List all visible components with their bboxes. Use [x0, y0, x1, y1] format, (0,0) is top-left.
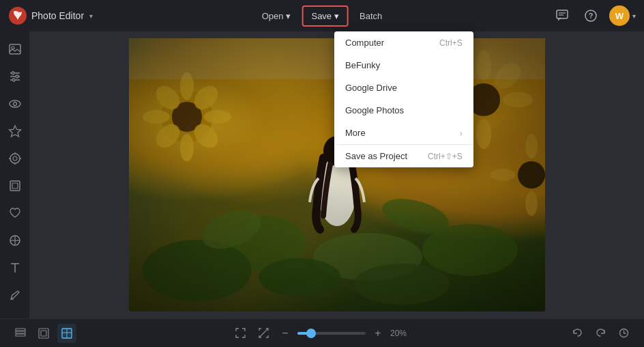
svg-rect-67	[16, 331, 25, 333]
sidebar-item-effects[interactable]	[3, 146, 27, 171]
main-layout	[0, 31, 644, 318]
zoom-minus-label: −	[282, 327, 288, 339]
zoom-plus-button[interactable]: +	[370, 325, 386, 342]
frames-icon	[8, 179, 22, 193]
sidebar-item-text[interactable]	[3, 255, 27, 280]
befunky-logo	[8, 6, 27, 25]
square-bottom-button[interactable]	[57, 324, 76, 343]
zoom-slider[interactable]	[297, 332, 366, 335]
zoom-thumb[interactable]	[306, 329, 316, 338]
history-button[interactable]	[614, 324, 633, 343]
save-befunky-item[interactable]: BeFunky	[334, 54, 473, 77]
undo-button[interactable]	[568, 324, 587, 343]
image-icon	[8, 42, 22, 56]
svg-rect-71	[41, 331, 46, 336]
svg-rect-6	[10, 44, 20, 54]
save-computer-item[interactable]: Computer Ctrl+S	[334, 31, 473, 54]
sidebar-item-adjustments[interactable]	[3, 64, 27, 89]
sidebar-item-stickers[interactable]	[3, 201, 27, 225]
svg-rect-68	[16, 334, 25, 336]
expand-button[interactable]	[231, 324, 250, 343]
redo-icon	[595, 327, 606, 339]
sidebar-item-frames[interactable]	[3, 174, 27, 198]
eye-icon	[8, 97, 22, 111]
save-more-label: More	[345, 128, 366, 138]
batch-button[interactable]: Batch	[351, 7, 390, 25]
logo-area[interactable]: Photo Editor ▾	[8, 6, 93, 25]
svg-point-14	[10, 100, 20, 107]
adjustments-icon	[8, 70, 22, 83]
layers-icon	[14, 327, 27, 339]
save-computer-label: Computer	[345, 38, 384, 48]
svg-rect-23	[10, 181, 20, 191]
more-chevron-icon: ›	[460, 129, 463, 137]
zoom-minus-button[interactable]: −	[277, 325, 293, 342]
expand-icon	[235, 327, 246, 339]
svg-point-15	[13, 102, 16, 106]
text-icon	[8, 261, 22, 275]
save-project-shortcut: Ctrl+⇧+S	[428, 152, 463, 161]
help-icon: ?	[585, 10, 597, 22]
chat-icon	[556, 10, 568, 22]
svg-rect-1	[557, 10, 568, 18]
batch-label: Batch	[360, 11, 382, 21]
svg-text:?: ?	[589, 12, 594, 20]
bottombar-right	[568, 324, 633, 343]
save-button[interactable]: Save ▾	[302, 5, 349, 27]
undo-icon	[572, 327, 583, 339]
sidebar-item-draw[interactable]	[3, 283, 27, 307]
svg-rect-69	[16, 329, 25, 331]
avatar-area[interactable]: W ▾	[609, 5, 636, 26]
avatar: W	[609, 5, 630, 26]
effects-icon	[8, 152, 22, 165]
sidebar-item-filters[interactable]	[3, 92, 27, 116]
svg-point-7	[12, 46, 14, 49]
avatar-chevron: ▾	[632, 12, 636, 20]
fullscreen-icon	[258, 327, 269, 339]
bottombar-left	[11, 324, 76, 343]
frames-bottom-button[interactable]	[34, 324, 53, 343]
layers-button[interactable]	[11, 324, 30, 343]
svg-rect-24	[12, 183, 18, 189]
left-sidebar	[0, 31, 30, 318]
frames-bottom-icon	[38, 327, 50, 339]
draw-icon	[8, 288, 22, 302]
svg-marker-16	[9, 126, 20, 137]
svg-point-13	[12, 79, 15, 81]
save-befunky-label: BeFunky	[345, 60, 380, 70]
canvas-icon	[61, 327, 73, 339]
zoom-plus-label: +	[375, 327, 381, 339]
save-chevron: ▾	[334, 11, 339, 21]
svg-point-22	[13, 156, 17, 161]
open-button[interactable]: Open ▾	[254, 7, 299, 25]
save-computer-shortcut: Ctrl+S	[439, 38, 463, 48]
heart-icon	[8, 206, 22, 220]
svg-point-17	[10, 154, 20, 163]
topbar: Photo Editor ▾ Open ▾ Save ▾ Batch	[0, 0, 644, 31]
sidebar-item-image[interactable]	[3, 37, 27, 61]
save-project-item[interactable]: Save as Project Ctrl+⇧+S	[334, 145, 473, 167]
fullscreen-button[interactable]	[254, 324, 273, 343]
history-icon	[618, 327, 630, 339]
svg-rect-70	[39, 329, 48, 338]
crop-shape-icon	[8, 234, 22, 247]
save-googledrive-label: Google Drive	[345, 83, 397, 93]
app-title: Photo Editor	[31, 10, 84, 21]
chat-button[interactable]	[552, 5, 572, 26]
save-googlephotos-item[interactable]: Google Photos	[334, 99, 473, 122]
save-project-label: Save as Project	[345, 151, 407, 161]
redo-button[interactable]	[591, 324, 610, 343]
app-title-chevron: ▾	[89, 12, 93, 20]
save-googlephotos-label: Google Photos	[345, 105, 404, 115]
save-more-item[interactable]: More ›	[334, 122, 473, 144]
sidebar-item-favorites[interactable]	[3, 119, 27, 143]
sidebar-item-crop[interactable]	[3, 228, 27, 253]
save-googledrive-item[interactable]: Google Drive	[334, 77, 473, 99]
bottombar: − + 20%	[0, 318, 644, 347]
svg-line-75	[260, 329, 267, 337]
save-dropdown-menu: Computer Ctrl+S BeFunky Google Drive Goo…	[334, 31, 473, 167]
help-button[interactable]: ?	[581, 5, 601, 26]
topbar-right: ? W ▾	[552, 5, 636, 26]
svg-point-11	[12, 72, 14, 74]
save-label: Save	[311, 11, 332, 21]
